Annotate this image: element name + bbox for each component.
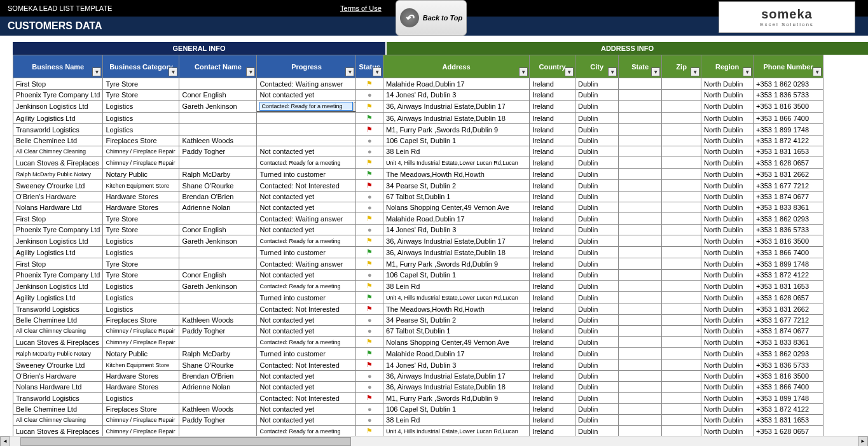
filter-btn-zip[interactable]: ▼ [691, 67, 699, 76]
cell-addr[interactable]: Malahide Road,Dublin 17 [383, 213, 530, 225]
cell-cat[interactable]: Logistics [103, 101, 179, 113]
cell-addr[interactable]: 106 Capel St, Dublin 1 [383, 270, 530, 281]
cell-country[interactable]: Ireland [530, 136, 575, 146]
cell-contact[interactable] [179, 157, 257, 169]
cell-cat[interactable]: Chimney / Fireplace Repair [103, 157, 179, 169]
cell-phone[interactable]: +353 1 816 3500 [754, 235, 823, 247]
cell-prog[interactable]: Contacted: Not Interested [257, 303, 356, 315]
table-row[interactable]: Lucan Stoves & FireplacesChimney / Firep… [13, 426, 823, 437]
cell-stat[interactable]: ⚑ [356, 426, 383, 437]
cell-addr[interactable]: 106 Capel St, Dublin 1 [383, 136, 530, 146]
filter-btn-addr[interactable]: ▼ [519, 67, 528, 76]
cell-prog[interactable]: Not contacted yet [257, 202, 356, 213]
cell-region[interactable]: North Dublin [701, 348, 754, 359]
cell-country[interactable]: Ireland [530, 426, 575, 437]
table-row[interactable]: Lucan Stoves & FireplacesChimney / Firep… [13, 157, 823, 169]
cell-contact[interactable]: Gareth Jenkinson [179, 101, 257, 113]
cell-contact[interactable]: Paddy Togher [179, 326, 257, 337]
cell-state[interactable] [619, 90, 662, 101]
table-row[interactable]: Nolans Hardware LtdHardware StoresAdrien… [13, 382, 823, 393]
cell-prog[interactable] [257, 113, 356, 124]
cell-city[interactable]: Dublin [575, 202, 619, 213]
cell-phone[interactable]: +353 1 816 3500 [754, 371, 823, 382]
cell-biz[interactable]: Ralph McDarby Public Notary [13, 348, 103, 359]
cell-prog[interactable]: Contacted: Ready for a meeting [257, 235, 356, 247]
cell-addr[interactable]: 34 Pearse St, Dublin 2 [383, 315, 530, 326]
filter-btn-country[interactable]: ▼ [565, 67, 574, 76]
table-row[interactable]: Jenkinson Logistics LtdLogisticsGareth J… [13, 101, 823, 113]
cell-region[interactable]: North Dublin [701, 281, 754, 292]
cell-phone[interactable]: +353 1 816 3500 [754, 101, 823, 113]
filter-btn-cat[interactable]: ▼ [169, 67, 177, 76]
cell-country[interactable]: Ireland [530, 292, 575, 303]
cell-zip[interactable] [662, 90, 701, 101]
cell-zip[interactable] [662, 404, 701, 415]
cell-state[interactable] [619, 270, 662, 281]
cell-city[interactable]: Dublin [575, 136, 619, 146]
table-row[interactable]: Transworld LogisticsLogisticsContacted: … [13, 303, 823, 315]
cell-contact[interactable]: Brendan O'Brien [179, 371, 257, 382]
cell-biz[interactable]: O'Brien's Hardware [13, 192, 103, 202]
cell-country[interactable]: Ireland [530, 315, 575, 326]
horizontal-scrollbar[interactable]: ◄ ► [0, 436, 868, 446]
cell-cat[interactable]: Hardware Stores [103, 371, 179, 382]
cell-state[interactable] [619, 359, 662, 371]
cell-phone[interactable]: +353 1 862 0293 [754, 348, 823, 359]
cell-prog[interactable]: Turned into customer [257, 169, 356, 180]
cell-contact[interactable] [179, 426, 257, 437]
cell-country[interactable]: Ireland [530, 169, 575, 180]
cell-zip[interactable] [662, 101, 701, 113]
cell-state[interactable] [619, 235, 662, 247]
cell-prog[interactable]: Contacted: Ready for a meeting [257, 281, 356, 292]
cell-contact[interactable]: Ralph McDarby [179, 348, 257, 359]
cell-phone[interactable]: +353 1 866 7400 [754, 113, 823, 124]
cell-country[interactable]: Ireland [530, 415, 575, 426]
cell-cat[interactable]: Hardware Stores [103, 202, 179, 213]
cell-biz[interactable]: Phoenix Tyre Company Ltd [13, 270, 103, 281]
cell-biz[interactable]: Belle Cheminee Ltd [13, 404, 103, 415]
cell-zip[interactable] [662, 124, 701, 136]
table-row[interactable]: First StopTyre StoreContacted: Waiting a… [13, 213, 823, 225]
cell-biz[interactable]: O'Brien's Hardware [13, 371, 103, 382]
cell-region[interactable]: North Dublin [701, 393, 754, 404]
cell-addr[interactable]: Unit 4, Hills Industrial Estate,Lower Lu… [383, 292, 530, 303]
filter-btn-phone[interactable]: ▼ [813, 67, 822, 76]
cell-prog[interactable]: Turned into customer [257, 348, 356, 359]
cell-state[interactable] [619, 404, 662, 415]
cell-stat[interactable]: ● [356, 136, 383, 146]
cell-zip[interactable] [662, 359, 701, 371]
cell-stat[interactable]: ⚑ [356, 247, 383, 258]
cell-cat[interactable]: Hardware Stores [103, 382, 179, 393]
cell-zip[interactable] [662, 113, 701, 124]
table-row[interactable]: Phoenix Tyre Company LtdTyre StoreConor … [13, 225, 823, 235]
cell-zip[interactable] [662, 337, 701, 348]
cell-cat[interactable]: Fireplaces Store [103, 404, 179, 415]
cell-phone[interactable]: +353 1 874 0677 [754, 326, 823, 337]
table-row[interactable]: Phoenix Tyre Company LtdTyre StoreConor … [13, 270, 823, 281]
cell-stat[interactable]: ● [356, 315, 383, 326]
cell-phone[interactable]: +353 1 899 1748 [754, 124, 823, 136]
cell-contact[interactable]: Shane O'Rourke [179, 180, 257, 192]
cell-contact[interactable] [179, 393, 257, 404]
cell-cat[interactable]: Chimney / Fireplace Repair [103, 337, 179, 348]
cell-cat[interactable]: Chimney / Fireplace Repair [103, 415, 179, 426]
cell-phone[interactable]: +353 1 899 1748 [754, 393, 823, 404]
cell-cat[interactable]: Logistics [103, 303, 179, 315]
cell-cat[interactable]: Chimney / Fireplace Repair [103, 426, 179, 437]
cell-prog[interactable]: Not contacted yet [257, 404, 356, 415]
cell-prog[interactable] [257, 136, 356, 146]
cell-stat[interactable]: ● [356, 202, 383, 213]
cell-cat[interactable]: Logistics [103, 124, 179, 136]
table-row[interactable]: Agility Logistics LtdLogistics⚑36, Airwa… [13, 113, 823, 124]
cell-addr[interactable]: 14 Jones' Rd, Dublin 3 [383, 90, 530, 101]
cell-stat[interactable]: ⚑ [356, 393, 383, 404]
cell-prog[interactable]: Contacted: Waiting answer [257, 258, 356, 270]
cell-region[interactable]: North Dublin [701, 235, 754, 247]
cell-city[interactable]: Dublin [575, 348, 619, 359]
cell-contact[interactable] [179, 258, 257, 270]
cell-region[interactable]: North Dublin [701, 180, 754, 192]
cell-city[interactable]: Dublin [575, 281, 619, 292]
cell-region[interactable]: North Dublin [701, 225, 754, 235]
cell-addr[interactable]: 14 Jones' Rd, Dublin 3 [383, 359, 530, 371]
cell-biz[interactable]: Jenkinson Logistics Ltd [13, 235, 103, 247]
